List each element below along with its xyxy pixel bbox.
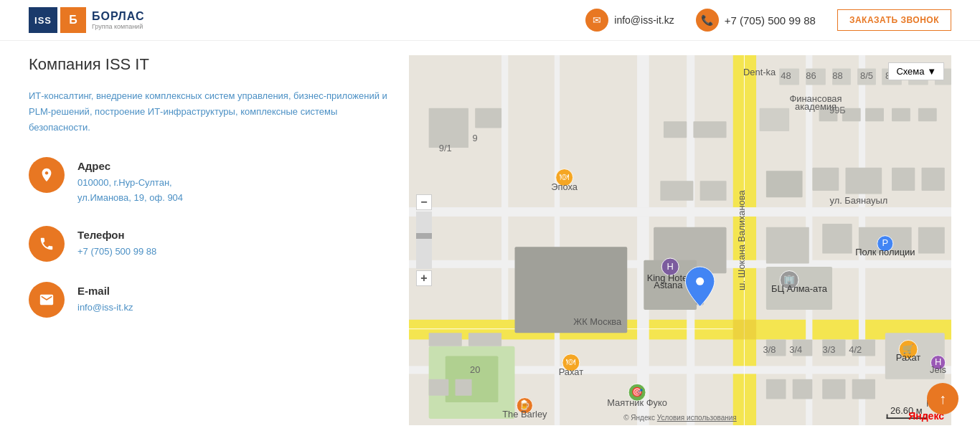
email-value: info@iss-it.kz xyxy=(77,300,133,316)
svg-rect-46 xyxy=(429,333,462,346)
email-contact-icon xyxy=(29,282,65,318)
iss-logo: ISS xyxy=(29,7,57,33)
svg-text:3/8: 3/8 xyxy=(763,344,776,355)
svg-rect-57 xyxy=(852,379,875,399)
contact-phone: Телефон +7 (705) 500 99 88 xyxy=(29,226,387,262)
svg-text:9/1: 9/1 xyxy=(439,143,452,153)
svg-rect-40 xyxy=(822,224,852,253)
svg-text:8/5: 8/5 xyxy=(860,70,873,81)
phone-value: +7 (705) 500 99 88 xyxy=(77,245,156,260)
svg-rect-101 xyxy=(733,320,756,340)
zoom-plus-button[interactable]: + xyxy=(416,270,432,286)
logo-area: ISS Б БОРЛАС Группа компаний xyxy=(29,7,145,33)
svg-text:ш. Шокана Валиханова: ш. Шокана Валиханова xyxy=(736,190,747,290)
svg-rect-49 xyxy=(456,379,472,396)
svg-text:88: 88 xyxy=(832,70,842,81)
yandex-terms: © Яндекс Условия использования xyxy=(623,414,737,422)
svg-rect-47 xyxy=(468,333,501,346)
zoom-minus-button[interactable]: − xyxy=(416,194,432,210)
svg-text:Astana: Astana xyxy=(654,280,683,290)
svg-rect-33 xyxy=(766,171,803,197)
address-label: Адрес xyxy=(77,160,183,172)
map-schema-button[interactable]: Схема ▼ xyxy=(888,62,944,80)
svg-text:ул. Баянауыл: ул. Баянауыл xyxy=(829,195,887,206)
svg-rect-28 xyxy=(865,108,884,121)
page-title: Компания ISS IT xyxy=(29,55,387,74)
zoom-slider[interactable] xyxy=(416,212,432,269)
left-panel: Компания ISS IT ИТ-консалтинг, внедрение… xyxy=(29,55,387,425)
borlas-logo-text: БОРЛАС Группа компаний xyxy=(92,10,145,30)
svg-rect-56 xyxy=(822,379,845,399)
svg-text:H: H xyxy=(667,261,674,272)
svg-text:Рахат: Рахат xyxy=(559,366,584,377)
map-container[interactable]: 🛒 Рахат 🏢 БЦ Алма-ата H King Hotel Astan… xyxy=(409,55,951,425)
svg-text:The Barley: The Barley xyxy=(502,409,547,420)
email-info: E-mail info@iss-it.kz xyxy=(77,282,133,316)
contact-address: Адрес 010000, г.Нур-Султан, ул.Иманова, … xyxy=(29,157,387,206)
svg-rect-30 xyxy=(918,108,937,121)
svg-text:3/4: 3/4 xyxy=(789,344,802,355)
phone-number: +7 (705) 500 99 88 xyxy=(725,14,816,27)
svg-rect-22 xyxy=(475,108,501,128)
zoom-handle xyxy=(416,233,432,239)
svg-text:48: 48 xyxy=(781,70,791,81)
svg-text:9: 9 xyxy=(473,133,478,143)
svg-text:ЖК Москва: ЖК Москва xyxy=(573,316,622,327)
page-header: ISS Б БОРЛАС Группа компаний ✉ info@iss-… xyxy=(0,0,980,41)
svg-rect-44 xyxy=(446,356,499,402)
callback-button[interactable]: ЗАКАЗАТЬ ЗВОНОК xyxy=(837,9,951,31)
borlas-tagline: Группа компаний xyxy=(92,23,145,30)
svg-text:Jels: Jels xyxy=(930,364,946,375)
svg-text:Эпоха: Эпоха xyxy=(551,181,578,192)
address-icon xyxy=(29,157,65,193)
svg-rect-36 xyxy=(892,168,915,191)
svg-rect-42 xyxy=(918,227,945,254)
email-icon: ✉ xyxy=(585,9,608,32)
svg-text:Рахат: Рахат xyxy=(896,352,921,363)
svg-rect-34 xyxy=(812,168,839,191)
svg-rect-29 xyxy=(892,108,910,121)
svg-rect-54 xyxy=(766,379,786,399)
phone-info: Телефон +7 (705) 500 99 88 xyxy=(77,226,156,260)
svg-text:🍽: 🍽 xyxy=(566,356,575,367)
header-phone: 📞 +7 (705) 500 99 88 xyxy=(696,9,816,32)
address-line2: ул.Иманова, 19, оф. 904 xyxy=(77,191,183,206)
address-line1: 010000, г.Нур-Султан, xyxy=(77,176,183,191)
phone-contact-icon xyxy=(29,226,65,262)
svg-text:БЦ Алма-ата: БЦ Алма-ата xyxy=(771,283,828,294)
svg-text:🍽: 🍽 xyxy=(560,171,569,182)
address-info: Адрес 010000, г.Нур-Султан, ул.Иманова, … xyxy=(77,157,183,206)
borlas-logo-letter: Б xyxy=(60,7,86,33)
svg-rect-23 xyxy=(760,108,789,131)
svg-text:4/2: 4/2 xyxy=(849,344,862,355)
header-contacts: ✉ info@iss-it.kz 📞 +7 (705) 500 99 88 ЗА… xyxy=(585,9,951,32)
borlas-name: БОРЛАС xyxy=(92,10,145,23)
svg-text:3/3: 3/3 xyxy=(822,344,835,355)
header-email: ✉ info@iss-it.kz xyxy=(585,9,674,32)
svg-rect-48 xyxy=(429,379,449,396)
desc-plm: PLM-решений xyxy=(29,106,90,117)
svg-rect-24 xyxy=(664,121,687,138)
svg-text:Маятник Фуко: Маятник Фуко xyxy=(607,397,667,408)
svg-text:Полк полиции: Полк полиции xyxy=(855,247,915,257)
svg-rect-55 xyxy=(793,379,813,399)
yandex-terms-link[interactable]: Условия использования xyxy=(657,414,737,422)
svg-rect-31 xyxy=(660,181,693,201)
svg-text:Dent-ka: Dent-ka xyxy=(743,67,776,77)
desc-part1: ИТ-консалтинг, внедрение комплексных сис… xyxy=(29,90,387,101)
svg-rect-4 xyxy=(409,207,951,217)
svg-rect-32 xyxy=(700,181,727,201)
email-label-text: E-mail xyxy=(77,285,133,297)
email-link[interactable]: info@iss-it.kz xyxy=(614,14,674,26)
svg-text:20: 20 xyxy=(470,364,480,375)
svg-rect-25 xyxy=(693,121,726,138)
scroll-to-top-button[interactable]: ↑ xyxy=(927,383,958,414)
map-zoom-controls: − + xyxy=(416,194,432,286)
phone-label: Телефон xyxy=(77,229,156,241)
svg-text:86: 86 xyxy=(806,70,816,81)
svg-rect-117 xyxy=(887,414,888,419)
main-content: Компания ISS IT ИТ-консалтинг, внедрение… xyxy=(0,41,980,436)
svg-rect-35 xyxy=(845,168,882,194)
svg-point-72 xyxy=(696,278,704,285)
phone-icon: 📞 xyxy=(696,9,719,32)
